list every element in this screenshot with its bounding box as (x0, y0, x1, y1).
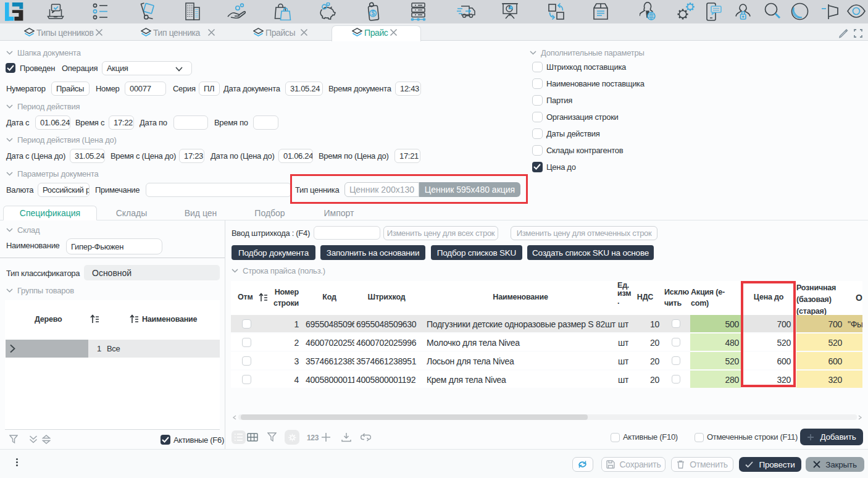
svg-text:$: $ (372, 10, 375, 17)
